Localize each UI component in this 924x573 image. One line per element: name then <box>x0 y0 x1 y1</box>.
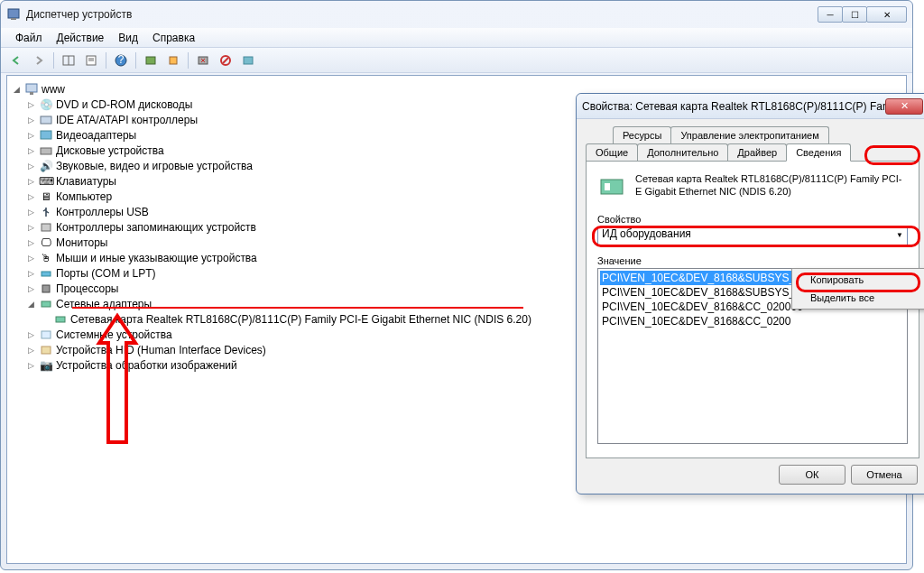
properties-button[interactable] <box>81 51 101 70</box>
svg-rect-29 <box>601 180 623 194</box>
context-copy[interactable]: Копировать <box>794 271 924 289</box>
menu-view[interactable]: Вид <box>111 30 145 46</box>
monitor-icon: 🖵 <box>39 236 53 250</box>
display-icon <box>39 128 53 143</box>
tab-advanced[interactable]: Дополнительно <box>637 143 728 161</box>
device-icon <box>597 172 626 201</box>
usb-icon <box>39 205 53 219</box>
value-item[interactable]: PCI\VEN_10EC&DEV_8168&CC_0200 <box>600 314 905 328</box>
hid-icon <box>39 343 53 357</box>
cancel-button[interactable]: Отмена <box>851 465 918 485</box>
dialog-titlebar: Свойства: Сетевая карта Realtek RTL8168C… <box>577 94 924 119</box>
window-title: Диспетчер устройств <box>26 8 818 21</box>
expand-icon[interactable]: ▷ <box>25 130 36 141</box>
svg-rect-9 <box>146 57 155 64</box>
uninstall-button[interactable] <box>193 51 213 70</box>
tab-power[interactable]: Управление электропитанием <box>670 126 828 143</box>
property-label: Свойство <box>597 214 908 225</box>
tab-resources[interactable]: Ресурсы <box>613 126 671 143</box>
expand-icon[interactable]: ▷ <box>25 329 36 340</box>
svg-rect-17 <box>26 84 37 92</box>
svg-line-15 <box>223 58 228 63</box>
svg-rect-10 <box>170 57 177 64</box>
menu-action[interactable]: Действие <box>50 30 112 46</box>
svg-rect-18 <box>30 92 33 95</box>
svg-rect-26 <box>56 317 65 322</box>
update-driver-button[interactable] <box>163 51 183 70</box>
help-button[interactable]: ? <box>111 51 131 70</box>
expand-icon[interactable]: ▷ <box>25 145 36 156</box>
tab-general[interactable]: Общие <box>586 143 638 161</box>
ok-button[interactable]: ОК <box>779 465 845 485</box>
collapse-icon[interactable]: ◢ <box>25 299 36 310</box>
tab-content: Сетевая карта Realtek RTL8168C(P)/8111C(… <box>586 161 919 458</box>
minimize-button[interactable]: ─ <box>818 6 843 23</box>
audio-icon: 🔊 <box>39 159 53 173</box>
expand-icon[interactable]: ▷ <box>25 207 36 217</box>
svg-rect-19 <box>41 116 51 124</box>
svg-rect-23 <box>42 272 51 276</box>
property-select[interactable]: ИД оборудования <box>597 226 908 246</box>
menu-file[interactable]: Файл <box>8 30 50 46</box>
scan-hardware-button[interactable] <box>238 51 258 70</box>
expand-icon[interactable]: ▷ <box>25 268 36 279</box>
menu-help[interactable]: Справка <box>145 30 202 46</box>
imaging-icon: 📷 <box>39 358 53 373</box>
expand-icon[interactable]: ▷ <box>25 176 36 187</box>
context-select-all[interactable]: Выделить все <box>794 289 924 307</box>
svg-rect-24 <box>42 285 50 292</box>
dvd-icon: 💿 <box>39 97 53 112</box>
svg-rect-16 <box>244 57 253 64</box>
back-button[interactable] <box>6 51 26 70</box>
disable-button[interactable] <box>216 51 236 70</box>
dialog-close-button[interactable]: ✕ <box>885 98 923 115</box>
context-menu: Копировать Выделить все <box>791 268 924 310</box>
svg-rect-1 <box>11 18 16 20</box>
tab-details[interactable]: Сведения <box>786 143 851 162</box>
mouse-icon: 🖱 <box>39 251 53 265</box>
computer-icon <box>24 82 39 97</box>
expand-icon[interactable]: ▷ <box>25 237 36 248</box>
keyboard-icon: ⌨ <box>39 174 53 189</box>
tab-driver[interactable]: Драйвер <box>727 143 787 161</box>
show-hidden-button[interactable] <box>59 51 79 70</box>
expand-icon[interactable]: ▷ <box>25 191 36 202</box>
device-name: Сетевая карта Realtek RTL8168C(P)/8111C(… <box>635 172 908 201</box>
collapse-icon[interactable]: ◢ <box>11 84 22 95</box>
expand-icon[interactable]: ▷ <box>25 360 36 371</box>
titlebar: Диспетчер устройств ─ ☐ ✕ <box>1 1 912 28</box>
svg-rect-22 <box>42 224 51 231</box>
svg-text:?: ? <box>118 54 125 66</box>
expand-icon[interactable]: ▷ <box>25 345 36 356</box>
storage-icon <box>39 220 53 235</box>
expand-icon[interactable]: ▷ <box>25 253 36 263</box>
svg-rect-21 <box>41 148 51 154</box>
expand-icon[interactable]: ▷ <box>25 161 36 171</box>
close-button[interactable]: ✕ <box>866 6 907 23</box>
nic-icon <box>53 312 68 327</box>
value-label: Значение <box>597 255 908 266</box>
expand-icon[interactable]: ▷ <box>25 222 36 233</box>
toolbar: ? <box>1 48 912 73</box>
expand-icon[interactable]: ▷ <box>25 115 36 125</box>
port-icon <box>39 266 53 281</box>
svg-rect-28 <box>42 347 51 354</box>
expand-icon[interactable]: ▷ <box>25 283 36 294</box>
disk-icon <box>39 143 53 158</box>
pc-icon: 🖥 <box>39 189 53 204</box>
maximize-button[interactable]: ☐ <box>842 6 867 23</box>
system-icon <box>39 328 53 342</box>
svg-rect-20 <box>41 131 51 139</box>
cpu-icon <box>39 282 53 296</box>
expand-icon[interactable]: ▷ <box>25 99 36 110</box>
menubar: Файл Действие Вид Справка <box>1 28 912 48</box>
app-icon <box>6 7 21 22</box>
svg-rect-0 <box>8 9 19 18</box>
annotation-underline <box>72 307 523 309</box>
forward-button[interactable] <box>29 51 49 70</box>
svg-rect-30 <box>605 183 610 190</box>
controller-icon <box>39 113 53 127</box>
network-icon <box>39 297 53 311</box>
scan-button[interactable] <box>141 51 161 70</box>
svg-rect-25 <box>42 301 51 307</box>
